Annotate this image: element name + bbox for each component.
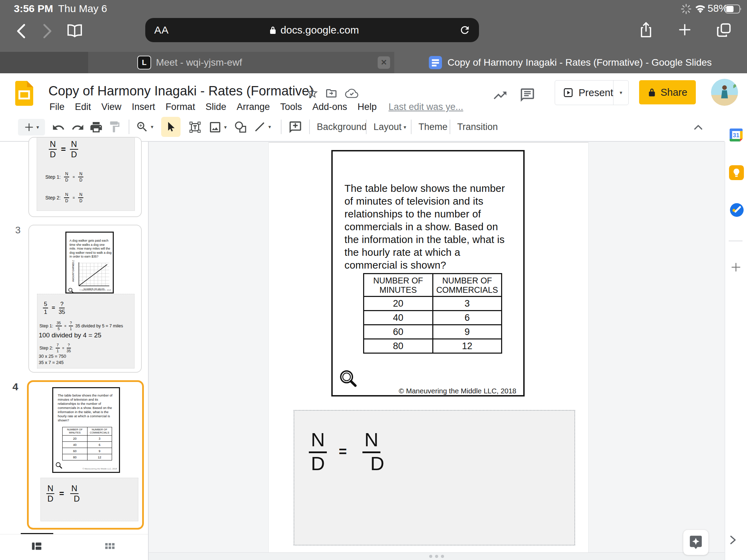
keep-icon[interactable] — [729, 165, 744, 180]
tasks-icon[interactable] — [729, 202, 745, 218]
new-tab-icon[interactable] — [677, 22, 692, 37]
theme-button[interactable]: Theme — [418, 122, 448, 132]
slide-thumbnail-2[interactable]: ND = ND Step 1: ND = ND Step 2: ND = ND — [28, 137, 142, 217]
filmstrip-view-button[interactable] — [30, 540, 43, 552]
caret-down-icon: ▾ — [620, 90, 622, 96]
rates-table: NUMBER OF MINUTES NUMBER OF COMMERCIALS … — [363, 273, 502, 354]
menu-edit[interactable]: Edit — [75, 102, 91, 112]
denominator-1: D — [311, 453, 325, 473]
svg-text:AMOUNT EARNED ($): AMOUNT EARNED ($) — [72, 260, 75, 282]
zoom-button[interactable]: ▾ — [136, 120, 154, 133]
safari-chrome: 3:56 PM Thu May 6 58% — [0, 0, 747, 52]
tab-slides-label: Copy of Harmony Inagaki - Rates (Formati… — [448, 57, 712, 68]
tab-meet[interactable]: L Meet - wqi-yjsm-ewf ✕ — [88, 52, 395, 73]
caret-down-icon: ▾ — [404, 124, 406, 130]
share-button[interactable]: Share — [639, 80, 696, 104]
menu-file[interactable]: File — [49, 102, 65, 112]
slide3-copyright: © Maneuvering the Middle LLC, 2018 — [80, 289, 111, 291]
menu-view[interactable]: View — [101, 102, 121, 112]
menu-slide[interactable]: Slide — [205, 102, 226, 112]
slide3-problem-text: A dog walker gets paid each time she wal… — [70, 239, 112, 259]
problem-card[interactable]: The table below shows the number of minu… — [331, 150, 525, 396]
toolbar-separator — [366, 120, 367, 134]
slide3-bigline: 100 divided by 4 = 25 — [39, 332, 101, 339]
loading-spinner-icon — [681, 3, 692, 15]
cloud-saved-icon[interactable] — [344, 87, 359, 100]
last-edit-link[interactable]: Last edit was ye... — [388, 102, 463, 112]
menu-format[interactable]: Format — [166, 102, 195, 112]
slide-thumbnail-3[interactable]: A dog walker gets paid each time she wal… — [28, 225, 142, 373]
forward-button[interactable] — [41, 23, 53, 39]
slides-header: Copy of Harmony Inagaki - Rates (Formati… — [0, 73, 747, 142]
url-bar[interactable]: AA docs.google.com — [145, 18, 479, 42]
reader-button[interactable]: AA — [154, 24, 169, 36]
paint-format-button[interactable] — [108, 120, 121, 133]
present-dropdown[interactable]: ▾ — [613, 81, 628, 105]
grid-view-button[interactable] — [104, 541, 116, 552]
new-slide-button[interactable]: ▾ — [18, 119, 45, 136]
insert-line-button[interactable]: ▾ — [253, 120, 271, 133]
insert-image-button[interactable]: ▾ — [208, 120, 227, 134]
menu-arrange[interactable]: Arrange — [237, 102, 270, 112]
slide-number-4: 4 — [12, 381, 18, 393]
transition-button[interactable]: Transition — [457, 122, 498, 132]
slide4-mini-table: NUMBER OF MINUTES NUMBER OF COMMERCIALS … — [62, 427, 112, 460]
filmstrip-panel: ND = ND Step 1: ND = ND Step 2: ND = ND — [0, 142, 149, 560]
side-panel-border — [725, 142, 725, 560]
slide-page[interactable]: The table below shows the number of minu… — [269, 142, 588, 553]
slides-logo[interactable] — [15, 81, 33, 106]
insert-shape-button[interactable] — [234, 120, 248, 134]
expand-side-panel-button[interactable] — [726, 533, 739, 547]
table-header-minutes: NUMBER OF MINUTES — [373, 276, 423, 295]
tabs-overview-icon[interactable] — [715, 21, 732, 39]
menu-addons[interactable]: Add-ons — [312, 102, 347, 112]
menu-insert[interactable]: Insert — [132, 102, 155, 112]
layout-button[interactable]: Layout▾ — [374, 122, 406, 132]
move-folder-icon[interactable] — [324, 87, 338, 100]
background-button[interactable]: Background — [317, 122, 367, 132]
slide4-copyright: © Maneuvering the Middle LLC, 2018 — [83, 468, 117, 470]
menu-help[interactable]: Help — [358, 102, 377, 112]
menu-tools[interactable]: Tools — [280, 102, 302, 112]
slide-thumbnail-4-selected[interactable]: The table below shows the number of minu… — [27, 380, 144, 530]
collapse-toolbar-button[interactable] — [692, 122, 704, 133]
star-icon[interactable] — [306, 86, 319, 100]
select-tool-button[interactable] — [161, 117, 181, 137]
undo-button[interactable] — [52, 121, 65, 134]
document-title[interactable]: Copy of Harmony Inagaki - Rates (Formati… — [48, 84, 314, 99]
question-text: The table below shows the number of minu… — [344, 182, 510, 271]
reload-button[interactable] — [459, 24, 471, 36]
bookmarks-icon[interactable] — [66, 21, 84, 39]
insert-comment-button[interactable] — [288, 120, 302, 134]
present-button[interactable]: Present ▾ — [555, 80, 629, 105]
meet-favicon: L — [137, 56, 151, 69]
tab-close-button[interactable]: ✕ — [378, 56, 390, 69]
activity-trend-icon[interactable] — [492, 88, 508, 103]
avatar[interactable] — [711, 79, 738, 106]
back-button[interactable] — [15, 23, 28, 39]
slides-favicon — [429, 56, 442, 69]
equation-text-box[interactable]: ND = ND — [294, 410, 575, 545]
text-box-button[interactable] — [188, 120, 202, 134]
table-row: 609 — [364, 325, 502, 339]
slide-canvas[interactable]: The table below shows the number of minu… — [149, 142, 725, 560]
numerator-2: N — [362, 430, 380, 453]
toolbar: ▾ ▾ — [0, 114, 747, 140]
slide4-problem-text: The table below shows the number of minu… — [58, 393, 117, 422]
present-play-icon — [563, 87, 574, 98]
slide2-workbox: ND = ND Step 1: ND = ND Step 2: ND = ND — [37, 137, 135, 211]
slide3-problem-card: A dog walker gets paid each time she wal… — [65, 232, 114, 293]
canvas-scroll-handle[interactable] — [149, 552, 725, 560]
tab-slides[interactable]: Copy of Harmony Inagaki - Rates (Formati… — [394, 52, 747, 73]
magnifier-icon — [55, 461, 63, 469]
bottom-view-bar — [0, 534, 148, 560]
calendar-icon[interactable]: 31 — [728, 127, 744, 143]
explore-button[interactable] — [683, 530, 709, 555]
share-sheet-icon[interactable] — [637, 20, 655, 39]
add-addon-button[interactable] — [730, 261, 742, 273]
table-row: 406 — [364, 311, 502, 325]
redo-button[interactable] — [71, 121, 84, 134]
svg-text:31: 31 — [733, 132, 739, 139]
comments-icon[interactable] — [519, 87, 535, 103]
print-button[interactable] — [89, 120, 103, 134]
